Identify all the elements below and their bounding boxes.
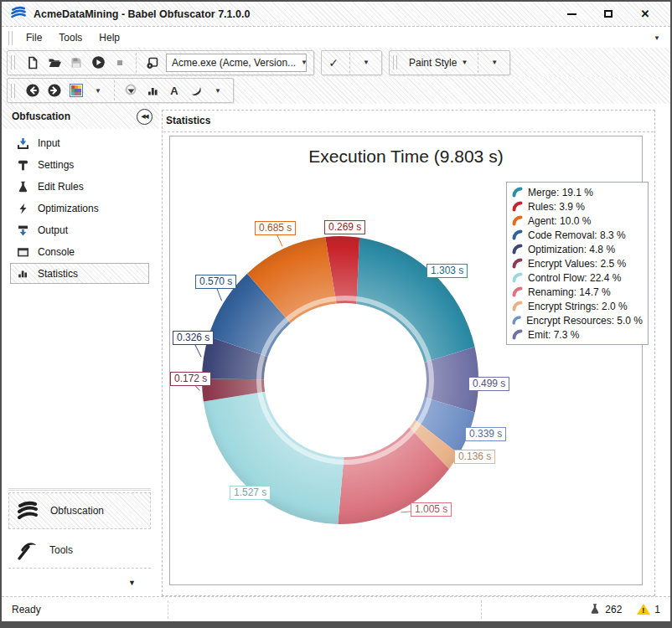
chart-legend: Merge: 19.1 %Rules: 3.9 %Agent: 10.0 %Co… <box>506 182 649 345</box>
forward-button[interactable] <box>46 81 63 100</box>
save-project-button[interactable] <box>68 54 85 72</box>
callout-rules: 0.269 s <box>324 220 365 234</box>
legend-item-agent: Agent: 10.0 % <box>507 214 648 228</box>
console-window-icon <box>17 246 29 259</box>
chart-tools-dropdown-caret[interactable]: ▼ <box>209 81 226 100</box>
paint-style-label: Paint Style <box>409 57 457 69</box>
section-rule <box>163 131 654 132</box>
callout-renaming: 1.005 s <box>411 502 452 517</box>
back-button[interactable] <box>24 81 41 100</box>
sidebar-item-optimizations[interactable]: Optimizations <box>2 198 159 219</box>
legend-item-label: Renaming: 14.7 % <box>528 286 611 298</box>
menu-file[interactable]: File <box>18 29 49 46</box>
save-icon <box>70 56 83 69</box>
chart-type-button[interactable] <box>122 81 139 100</box>
toolbar-separator <box>136 53 137 73</box>
build-config-button[interactable] <box>144 54 161 72</box>
bar-chart-button[interactable] <box>144 81 161 100</box>
chart-type-target-icon <box>124 84 137 97</box>
pickaxe-icon <box>15 539 39 561</box>
sidebar-item-label: Edit Rules <box>38 181 84 193</box>
brush-button[interactable] <box>188 81 204 100</box>
sidebar: Obfuscation ◀◀ Input Settings Edit Rules… <box>2 104 159 596</box>
sidebar-item-label: Output <box>38 224 68 236</box>
callout-encrypt-resources: 0.339 s <box>465 427 506 441</box>
font-button[interactable]: A <box>166 81 183 100</box>
toolbar-grip[interactable] <box>11 55 15 69</box>
chevron-down-icon: ▼ <box>461 59 468 66</box>
bottom-nav-obfuscation[interactable]: Obfuscation <box>8 492 151 529</box>
legend-arc-icon <box>512 215 523 226</box>
toolbar-group-chart-nav: ▼ A ▼ <box>7 78 234 103</box>
palette-dropdown-caret[interactable]: ▼ <box>90 81 106 100</box>
maximize-button[interactable] <box>600 5 617 23</box>
stop-button[interactable] <box>111 54 128 72</box>
menu-help[interactable]: Help <box>91 29 127 46</box>
toolbar-group-apply: ✓ ▼ <box>321 50 382 75</box>
legend-item-optimization: Optimization: 4.8 % <box>507 242 648 256</box>
sidebar-item-edit-rules[interactable]: Edit Rules <box>2 176 159 198</box>
sidebar-item-settings[interactable]: Settings <box>2 154 159 176</box>
collapse-sidebar-button[interactable]: ◀◀ <box>137 109 152 125</box>
maximize-icon <box>604 10 613 18</box>
sidebar-item-label: Settings <box>38 159 74 171</box>
sidebar-item-statistics[interactable]: Statistics <box>10 263 149 284</box>
paint-style-dropdown-caret[interactable]: ▼ <box>486 54 503 72</box>
sidebar-item-input[interactable]: Input <box>2 132 159 154</box>
brush-crescent-icon <box>189 84 203 97</box>
menu-overflow-caret[interactable]: ▼ <box>654 34 670 42</box>
open-project-button[interactable] <box>46 54 63 72</box>
lightning-icon <box>17 203 29 215</box>
palette-icon <box>70 84 83 97</box>
menu-bar: File Tools Help ▼ <box>2 28 670 48</box>
collapse-chevrons-icon: ◀◀ <box>142 113 148 120</box>
assembly-combo-value: Acme.exe (Acme, Version... <box>172 57 296 69</box>
statistics-bars-icon <box>17 267 29 280</box>
sidebar-item-label: Optimizations <box>38 203 99 214</box>
paint-style-button[interactable]: Paint Style ▼ <box>406 57 470 69</box>
apply-dropdown-caret[interactable]: ▼ <box>358 54 375 72</box>
flask-icon <box>17 181 29 193</box>
legend-arc-icon <box>512 301 523 311</box>
new-project-button[interactable] <box>24 54 41 72</box>
sidebar-separator <box>8 488 151 491</box>
menu-grip[interactable] <box>8 31 13 45</box>
apply-check-button[interactable]: ✓ <box>325 54 342 72</box>
status-flask-count: 262 <box>605 604 622 615</box>
run-obfuscation-button[interactable] <box>90 54 106 72</box>
sidebar-item-console[interactable]: Console <box>2 241 159 263</box>
bottom-nav-tools[interactable]: Tools <box>8 532 151 569</box>
sidebar-options-caret[interactable]: ▼ <box>128 579 136 587</box>
toolbar-separator <box>349 53 350 73</box>
callout-encrypt-values: 0.172 s <box>170 372 211 386</box>
menu-tools[interactable]: Tools <box>51 29 90 46</box>
legend-item-renaming: Renaming: 14.7 % <box>507 285 648 299</box>
legend-arc-icon <box>512 244 523 255</box>
toolbar-grip[interactable] <box>393 55 397 69</box>
assembly-combo[interactable]: Acme.exe (Acme, Version... ▼ <box>166 54 307 72</box>
build-config-icon <box>146 56 159 69</box>
toolbar-grip[interactable] <box>11 84 15 98</box>
legend-arc-icon <box>512 286 523 297</box>
title-bar[interactable]: AcmeDataMining - Babel Obfuscator 7.1.0.… <box>2 2 670 27</box>
legend-arc-icon <box>512 258 523 269</box>
legend-item-label: Code Removal: 8.3 % <box>528 229 626 241</box>
close-button[interactable]: ✕ <box>637 5 654 23</box>
callout-merge: 1.303 s <box>426 264 468 278</box>
warning-icon: ! <box>637 604 650 615</box>
legend-item-encrypt-strings: Encrypt Strings: 2.0 % <box>507 299 648 313</box>
minimize-button[interactable] <box>563 5 580 23</box>
sidebar-item-output[interactable]: Output <box>2 219 159 241</box>
bar-chart-icon <box>147 85 159 97</box>
sidebar-header-label: Obfuscation <box>12 111 70 122</box>
chart-panel: Execution Time (9.803 s) Merge: 19.1 %Ru… <box>169 136 643 585</box>
callout-emit: 0.499 s <box>468 377 509 391</box>
toolbar-separator <box>478 53 478 73</box>
close-icon: ✕ <box>641 8 650 19</box>
legend-item-label: Merge: 19.1 % <box>528 187 593 198</box>
palette-button[interactable] <box>68 81 85 100</box>
section-title: Statistics <box>166 115 210 126</box>
status-separator <box>481 600 482 619</box>
legend-arc-icon <box>512 229 523 240</box>
bottom-nav-label: Obfuscation <box>50 505 104 517</box>
